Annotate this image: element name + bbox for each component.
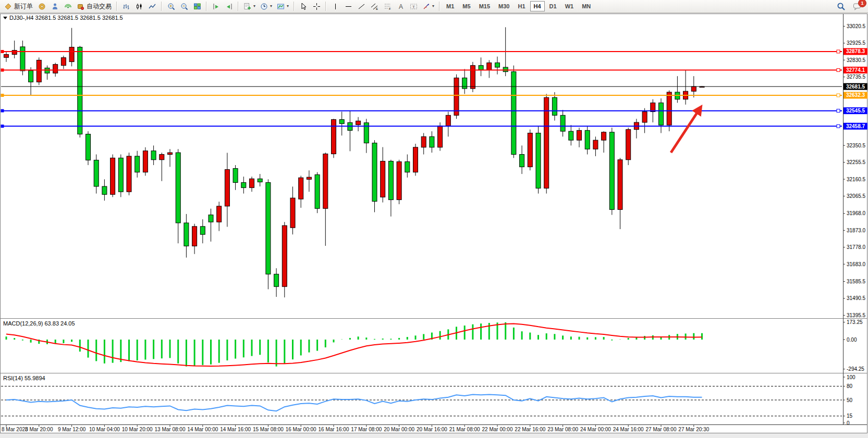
timeframe-H1[interactable]: H1 [514, 1, 529, 11]
candle-body [258, 179, 262, 182]
vertical-line-button[interactable] [329, 1, 341, 12]
line-anchor[interactable] [1, 50, 4, 53]
time-axis-label: 16 Mar 00:00 [286, 427, 316, 432]
candle-body [438, 126, 443, 147]
axis-tick-label: 32065.5 [847, 193, 866, 199]
line-anchor[interactable] [837, 69, 840, 72]
vertical-line-icon [332, 3, 339, 10]
time-axis-label: 10 Mar 04:00 [89, 427, 120, 432]
user-icon [51, 3, 59, 10]
candle [118, 154, 123, 197]
chevron-down-icon: ▾ [270, 4, 272, 8]
bar-chart-button[interactable] [120, 1, 132, 12]
horizontal-line-button[interactable] [342, 1, 354, 12]
symbol-ohlc-header: DJ30-,H4 32681.5 32681.5 32681.5 32681.5 [9, 15, 123, 21]
equidistant-channel-button[interactable]: E [368, 1, 381, 12]
chart-shift-button[interactable] [223, 1, 235, 12]
candle-body [176, 153, 180, 223]
candle-body [36, 60, 41, 82]
trendline-button[interactable] [355, 1, 368, 12]
axis-tick-label: 0.00 [847, 337, 857, 343]
line-chart-button[interactable] [146, 1, 158, 12]
line-anchor[interactable] [1, 94, 4, 97]
candle-body [462, 78, 467, 89]
text-label-button[interactable]: T [407, 1, 420, 12]
candle-body [430, 136, 434, 147]
line-anchor[interactable] [837, 109, 840, 112]
compass-icon [38, 3, 46, 10]
axis-tick-label: 15 [847, 413, 853, 419]
periods-clock-icon [260, 3, 268, 10]
line-anchor[interactable] [1, 69, 4, 72]
candle [511, 66, 516, 158]
crosshair-icon [313, 3, 321, 10]
candle-body [168, 153, 173, 154]
axis-tick-label: 32925.5 [847, 40, 866, 46]
price-badge-label: 32878.3 [846, 48, 865, 54]
candle [544, 94, 549, 193]
search-button[interactable] [835, 1, 848, 12]
svg-text:E: E [376, 7, 378, 10]
cursor-icon [300, 3, 308, 10]
candle-body [209, 215, 213, 222]
zoom-in-button[interactable] [165, 1, 177, 12]
timeframe-M15[interactable]: M15 [475, 1, 494, 11]
candle-body [78, 47, 82, 134]
navigator-button[interactable] [62, 1, 74, 12]
candle-body [29, 71, 33, 82]
zoom-out-button[interactable] [178, 1, 190, 12]
text-button[interactable]: A [394, 1, 407, 12]
axis-tick-label: 32830.5 [847, 57, 866, 63]
crosshair-button[interactable] [310, 1, 323, 12]
tile-windows-button[interactable] [191, 1, 203, 12]
candle-body [184, 223, 189, 246]
time-axis-label: 24 Mar 16:00 [613, 427, 644, 432]
timeframe-D1[interactable]: D1 [546, 1, 560, 11]
chart-canvas[interactable]: 32878.332774.132632.332545.532458.732681… [0, 14, 868, 438]
candle [536, 126, 541, 194]
fibonacci-button[interactable]: F [381, 1, 394, 12]
bar-chart-icon [123, 3, 130, 10]
timeframe-M1[interactable]: M1 [443, 1, 458, 11]
candle-body [381, 161, 385, 197]
arrows-tool-button[interactable]: ▾ [420, 1, 436, 12]
candle-body [135, 156, 140, 172]
candle [282, 222, 287, 297]
line-anchor[interactable] [1, 109, 4, 112]
cursor-button[interactable] [297, 1, 310, 12]
candle-body [356, 121, 361, 124]
line-anchor[interactable] [837, 94, 840, 97]
market-watch-button[interactable] [35, 1, 48, 12]
candle-body [602, 132, 606, 140]
timeframe-W1[interactable]: W1 [561, 1, 578, 11]
candle [86, 131, 91, 165]
candle-body [405, 161, 410, 172]
line-anchor[interactable] [837, 50, 840, 53]
candle-body [691, 86, 696, 91]
timeframe-M30[interactable]: M30 [495, 1, 513, 11]
indicators-icon [243, 3, 251, 10]
candlestick-chart-button[interactable] [133, 1, 145, 12]
line-anchor[interactable] [837, 124, 840, 128]
template-button[interactable]: ▾ [275, 1, 291, 12]
indicators-button[interactable]: ▾ [241, 1, 258, 12]
timeframe-H4[interactable]: H4 [530, 1, 545, 11]
time-axis-label: 20 Mar 00:00 [384, 427, 414, 432]
new-order-button[interactable]: 新订单 [2, 1, 35, 12]
auto-scroll-button[interactable] [210, 1, 222, 12]
toolbar-separator [294, 2, 295, 11]
autotrading-button[interactable]: 自动交易 [75, 1, 114, 12]
timeframe-MN[interactable]: MN [578, 1, 594, 11]
notifications-button[interactable]: 1 [851, 1, 864, 12]
axis-tick-label: 173.25 [847, 319, 863, 325]
search-icon [837, 2, 846, 11]
time-axis-label: 20 Mar 16:00 [417, 427, 447, 432]
svg-text:A: A [399, 3, 403, 10]
line-anchor[interactable] [1, 124, 4, 128]
time-axis-label: 14 Mar 00:00 [187, 427, 218, 432]
candlestick-chart-icon [136, 3, 143, 10]
periods-button[interactable]: ▾ [258, 1, 274, 12]
candle-body [4, 55, 9, 58]
timeframe-M5[interactable]: M5 [459, 1, 474, 11]
data-window-button[interactable] [48, 1, 61, 12]
